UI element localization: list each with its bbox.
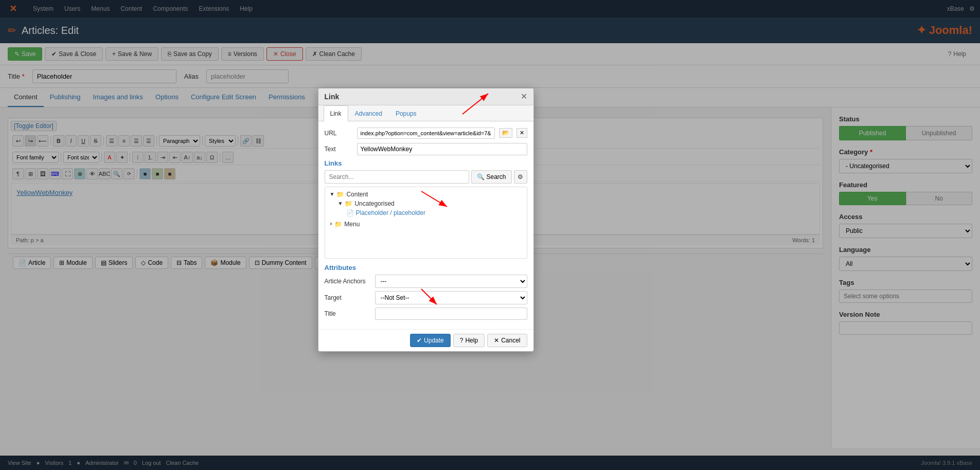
target-select[interactable]: --Not Set--: [375, 291, 527, 304]
url-clear-btn[interactable]: ✕: [516, 128, 527, 138]
url-input[interactable]: [357, 128, 495, 139]
tree-placeholder-row: 📄 Placeholder / placeholder: [328, 208, 524, 218]
dialog-close-btn[interactable]: ✕: [521, 93, 527, 101]
cancel-label: Cancel: [501, 337, 520, 344]
attributes-title: Attributes: [325, 264, 527, 272]
tree-uncategorised-row: ▼ 📁 Uncategorised: [328, 199, 524, 208]
tree-folder-menu-icon: 📁: [334, 221, 342, 228]
dialog-help-icon: ?: [460, 337, 464, 344]
dialog-search-input[interactable]: [325, 170, 470, 184]
tree-item-content[interactable]: ▼ 📁 Content: [328, 190, 524, 199]
tree-collapse-uncat[interactable]: ▼: [338, 201, 343, 206]
dialog-tab-link[interactable]: Link: [324, 105, 348, 121]
tree-placeholder-label: Placeholder / placeholder: [356, 209, 425, 216]
anchors-select[interactable]: ---: [375, 275, 527, 288]
tree-item-uncategorised[interactable]: ▼ 📁 Uncategorised: [336, 199, 524, 208]
cancel-btn[interactable]: ✕ Cancel: [487, 334, 527, 347]
cancel-icon: ✕: [494, 337, 499, 344]
search-row: 🔍 Search ⚙: [325, 170, 527, 184]
dialog-search-btn[interactable]: 🔍 Search: [471, 170, 511, 184]
update-label: Update: [424, 337, 444, 344]
tree-content-label: Content: [346, 191, 368, 198]
text-label: Text: [325, 146, 353, 153]
url-row: URL 📂 ✕: [325, 128, 527, 139]
text-input[interactable]: [357, 143, 527, 155]
links-title: Links: [325, 159, 527, 167]
link-dialog: Link ✕ Link Advanced Popups URL 📂 ✕ Text…: [318, 88, 534, 352]
dialog-overlay: Link ✕ Link Advanced Popups URL 📂 ✕ Text…: [0, 0, 980, 470]
anchors-row: Article Anchors ---: [325, 275, 527, 288]
attributes-section: Attributes Article Anchors --- Target --…: [325, 264, 527, 320]
text-row: Text: [325, 143, 527, 155]
title-attr-label: Title: [325, 310, 371, 317]
dialog-title: Link: [325, 93, 340, 101]
tree-menu-label: Menu: [344, 221, 360, 228]
tree-container: ▼ 📁 Content ▼ 📁 Uncategorised 📄: [325, 187, 527, 259]
dialog-footer: ✔ Update ? Help ✕ Cancel: [318, 329, 533, 351]
anchors-label: Article Anchors: [325, 278, 371, 285]
dialog-body: URL 📂 ✕ Text Links 🔍 Search ⚙: [318, 121, 533, 329]
title-attr-row: Title: [325, 308, 527, 320]
url-label: URL: [325, 130, 353, 137]
tree-item-menu[interactable]: + 📁 Menu: [328, 220, 524, 229]
update-icon: ✔: [417, 337, 422, 344]
dialog-help-btn[interactable]: ? Help: [453, 334, 485, 347]
dialog-tab-popups[interactable]: Popups: [389, 105, 423, 121]
dialog-header: Link ✕: [318, 88, 533, 105]
tree-collapse-content[interactable]: ▼: [330, 191, 335, 197]
title-attr-input[interactable]: [375, 308, 527, 320]
tree-item-placeholder[interactable]: 📄 Placeholder / placeholder: [344, 208, 524, 218]
target-row: Target --Not Set--: [325, 291, 527, 304]
url-browse-btn[interactable]: 📂: [499, 128, 512, 138]
target-label: Target: [325, 294, 371, 301]
links-section: Links 🔍 Search ⚙ ▼ 📁 Content: [325, 159, 527, 259]
dialog-tabs: Link Advanced Popups: [318, 105, 533, 121]
search-btn-label: Search: [486, 173, 506, 180]
tree-expand-menu[interactable]: +: [330, 221, 333, 227]
dialog-settings-btn[interactable]: ⚙: [514, 170, 527, 184]
update-btn[interactable]: ✔ Update: [410, 334, 451, 347]
search-icon: 🔍: [477, 173, 485, 180]
tree-folder-content-icon: 📁: [336, 191, 344, 198]
dialog-tab-advanced[interactable]: Advanced: [348, 105, 389, 121]
dialog-help-label: Help: [465, 337, 478, 344]
tree-folder-uncat-icon: 📁: [345, 200, 352, 207]
tree-file-icon: 📄: [346, 209, 354, 216]
tree-uncat-label: Uncategorised: [354, 200, 394, 207]
